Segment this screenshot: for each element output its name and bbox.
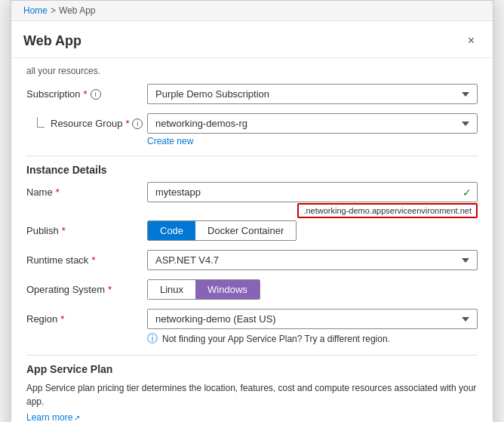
publish-required: * [62, 225, 66, 236]
rg-create-new-link[interactable]: Create new [147, 136, 478, 146]
os-label: Operating System * [26, 279, 147, 295]
asp-description: App Service plan pricing tier determines… [26, 381, 478, 408]
os-linux-btn[interactable]: Linux [148, 280, 195, 299]
region-control: networking-demo (East US) ⓘ Not finding … [147, 309, 478, 346]
subscription-required: * [84, 88, 88, 100]
resource-group-select[interactable]: networking-demos-rg [147, 113, 478, 134]
domain-badge: .networking-demo.appserviceenvironment.n… [297, 203, 478, 218]
operating-system-row: Operating System * Linux Windows [26, 279, 478, 300]
separator-2 [26, 355, 478, 356]
publish-code-btn[interactable]: Code [148, 221, 195, 240]
resource-group-row: Resource Group * i networking-demos-rg C… [26, 113, 478, 146]
instance-details-heading: Instance Details [26, 164, 478, 176]
region-select[interactable]: networking-demo (East US) [147, 309, 478, 329]
dialog-title: Web App [23, 33, 81, 49]
publish-row: Publish * Code Docker Container [26, 220, 478, 241]
region-info-text: Not finding your App Service Plan? Try a… [162, 334, 390, 344]
breadcrumb: Home > Web App [11, 1, 493, 21]
publish-docker-btn[interactable]: Docker Container [195, 221, 296, 240]
region-required: * [60, 313, 64, 325]
subscription-select[interactable]: Purple Demo Subscription [147, 84, 478, 104]
name-row: Name * ✓ .networking-demo.appserviceenvi… [26, 182, 478, 202]
dialog-header: Web App × [11, 21, 493, 58]
subscription-control: Purple Demo Subscription [147, 84, 478, 104]
l-shape-icon [37, 117, 45, 128]
runtime-required: * [91, 254, 95, 266]
breadcrumb-separator: > [51, 5, 56, 16]
learn-more-link[interactable]: Learn more ↗ [26, 412, 80, 422]
runtime-stack-control: ASP.NET V4.7 [147, 250, 478, 270]
os-windows-btn[interactable]: Windows [195, 280, 260, 299]
subscription-info-icon[interactable]: i [91, 89, 101, 100]
breadcrumb-current: Web App [59, 5, 95, 16]
web-app-dialog: Home > Web App Web App × all your resour… [11, 0, 493, 422]
subscription-row: Subscription * i Purple Demo Subscriptio… [26, 84, 478, 104]
publish-toggle-group: Code Docker Container [147, 220, 297, 241]
check-icon: ✓ [463, 186, 472, 199]
close-button[interactable]: × [462, 32, 481, 50]
resource-group-control: networking-demos-rg Create new [147, 113, 478, 146]
subscription-label: Subscription * i [26, 84, 147, 100]
name-input[interactable] [147, 182, 478, 202]
dialog-body: all your resources. Subscription * i Pur… [11, 58, 493, 422]
rg-info-icon[interactable]: i [132, 119, 143, 129]
region-row: Region * networking-demo (East US) ⓘ Not… [26, 309, 478, 346]
runtime-stack-label: Runtime stack * [26, 250, 147, 266]
os-toggle-group: Linux Windows [147, 279, 260, 300]
region-label: Region * [26, 309, 147, 325]
section-note: all your resources. [26, 66, 478, 76]
rg-required: * [125, 118, 129, 129]
resource-group-label: Resource Group * i [26, 113, 147, 129]
runtime-stack-select[interactable]: ASP.NET V4.7 [147, 250, 478, 270]
learn-more-text: Learn more [26, 412, 72, 422]
name-label: Name * [26, 182, 147, 198]
publish-control: Code Docker Container [147, 220, 478, 241]
runtime-stack-row: Runtime stack * ASP.NET V4.7 [26, 250, 478, 270]
asp-heading: App Service Plan [26, 363, 478, 375]
separator-1 [26, 156, 478, 156]
os-control: Linux Windows [147, 279, 478, 300]
region-info-icon: ⓘ [147, 332, 158, 346]
region-info-msg: ⓘ Not finding your App Service Plan? Try… [147, 332, 478, 346]
external-link-icon: ↗ [74, 414, 80, 422]
os-required: * [108, 284, 112, 295]
breadcrumb-home[interactable]: Home [23, 5, 48, 16]
name-control: ✓ .networking-demo.appserviceenvironment… [147, 182, 478, 202]
name-input-wrap: ✓ [147, 182, 478, 202]
name-required: * [56, 186, 60, 198]
publish-label: Publish * [26, 220, 147, 236]
